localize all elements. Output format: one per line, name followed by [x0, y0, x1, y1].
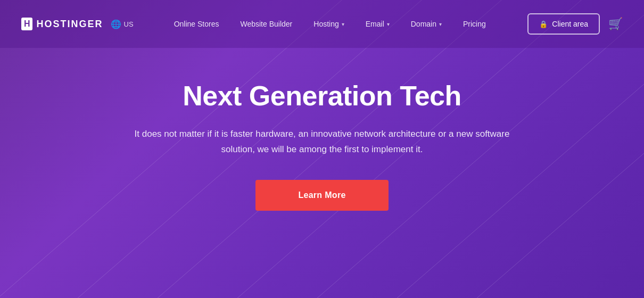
learn-more-button[interactable]: Learn More	[255, 180, 388, 211]
hero-section: Next Generation Tech It does not matter …	[0, 48, 644, 232]
email-chevron-icon: ▾	[387, 21, 390, 27]
client-area-button[interactable]: 🔒 Client area	[527, 13, 600, 35]
nav-item-email[interactable]: Email ▾	[357, 15, 398, 32]
hero-subtitle: It does not matter if it is faster hardw…	[120, 127, 524, 158]
locale-button[interactable]: 🌐 US	[111, 19, 134, 29]
navbar: H HOSTINGER 🌐 US Online Stores Website B…	[0, 0, 644, 48]
hosting-chevron-icon: ▾	[342, 21, 344, 27]
nav-item-hosting[interactable]: Hosting ▾	[305, 15, 352, 32]
nav-right: 🔒 Client area 🛒	[527, 13, 623, 35]
nav-item-pricing[interactable]: Pricing	[455, 15, 494, 32]
lock-icon: 🔒	[539, 20, 548, 28]
nav-links: Online Stores Website Builder Hosting ▾ …	[166, 15, 528, 32]
hero-title: Next Generation Tech	[183, 80, 461, 112]
nav-item-domain[interactable]: Domain ▾	[402, 15, 450, 32]
nav-item-online-stores[interactable]: Online Stores	[166, 15, 228, 32]
nav-item-website-builder[interactable]: Website Builder	[232, 15, 301, 32]
locale-label: US	[124, 20, 134, 28]
logo-area: H HOSTINGER 🌐 US	[21, 18, 134, 30]
logo-text: HOSTINGER	[37, 19, 103, 30]
logo[interactable]: H HOSTINGER	[21, 18, 103, 30]
client-area-label: Client area	[552, 20, 588, 28]
domain-chevron-icon: ▾	[439, 21, 442, 27]
logo-symbol: H	[21, 18, 32, 30]
cart-icon[interactable]: 🛒	[608, 17, 623, 31]
logo-mark: H HOSTINGER	[21, 18, 103, 30]
globe-icon: 🌐	[111, 19, 121, 29]
page-wrapper: H HOSTINGER 🌐 US Online Stores Website B…	[0, 0, 644, 298]
